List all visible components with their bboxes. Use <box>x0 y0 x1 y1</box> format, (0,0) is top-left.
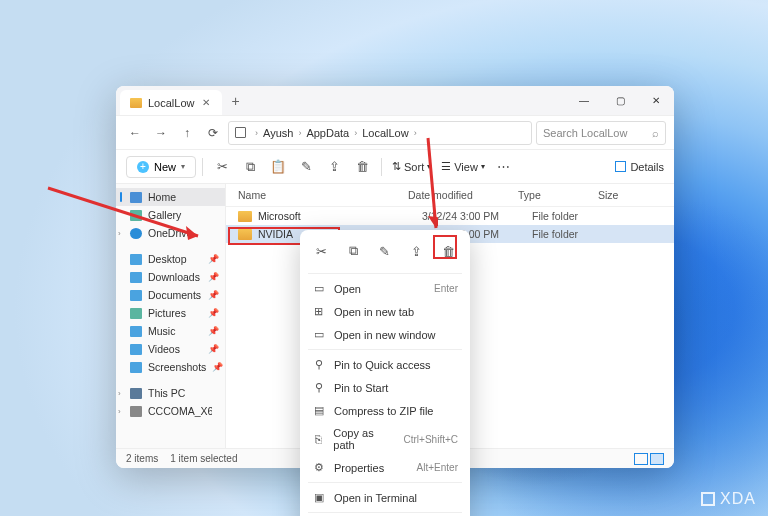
col-name[interactable]: Name <box>238 189 408 201</box>
context-open-tab[interactable]: ⊞Open in new tab <box>300 300 470 323</box>
sidebar-item-drive[interactable]: ›CCCOMA_X64FRE <box>116 402 225 420</box>
pin-icon: 📌 <box>208 308 219 318</box>
downloads-icon <box>130 272 142 283</box>
separator <box>308 512 462 513</box>
path-icon: ⎘ <box>312 433 324 445</box>
home-icon <box>130 192 142 203</box>
rename-icon[interactable]: ✎ <box>293 154 319 180</box>
breadcrumb-segment[interactable]: AppData <box>306 127 349 139</box>
view-button[interactable]: ☰ View ▾ <box>437 160 489 173</box>
cut-icon[interactable]: ✂ <box>209 154 235 180</box>
documents-icon <box>130 290 142 301</box>
chevron-right-icon: › <box>118 229 121 238</box>
desktop-icon <box>130 254 142 265</box>
window-icon: ▭ <box>312 328 325 341</box>
context-terminal[interactable]: ▣Open in Terminal <box>300 486 470 509</box>
context-open[interactable]: ▭OpenEnter <box>300 277 470 300</box>
sidebar-item-home[interactable]: Home <box>116 188 225 206</box>
col-type[interactable]: Type <box>518 189 598 201</box>
chevron-down-icon: ▾ <box>181 162 185 171</box>
separator <box>308 349 462 350</box>
sidebar-item-documents[interactable]: Documents📌 <box>116 286 225 304</box>
sidebar-item-downloads[interactable]: Downloads📌 <box>116 268 225 286</box>
details-button[interactable]: Details <box>615 161 664 173</box>
breadcrumb-segment[interactable]: Ayush <box>263 127 293 139</box>
details-icon <box>615 161 626 172</box>
context-menu: ✂ ⧉ ✎ ⇪ 🗑 ▭OpenEnter ⊞Open in new tab ▭O… <box>300 230 470 516</box>
new-button[interactable]: + New ▾ <box>126 156 196 178</box>
separator <box>308 273 462 274</box>
col-size[interactable]: Size <box>598 189 662 201</box>
sidebar: Home Gallery ›OneDrive Desktop📌 Download… <box>116 184 226 448</box>
up-button[interactable]: ↑ <box>176 122 198 144</box>
share-icon[interactable]: ⇪ <box>321 154 347 180</box>
pin-icon: ⚲ <box>312 358 325 371</box>
gallery-icon <box>130 210 142 221</box>
paste-icon[interactable]: 📋 <box>265 154 291 180</box>
folder-icon <box>130 362 142 373</box>
maximize-button[interactable]: ▢ <box>602 86 638 115</box>
col-date[interactable]: Date modified <box>408 189 518 201</box>
file-name: Microsoft <box>258 210 422 222</box>
breadcrumb[interactable]: › Ayush › AppData › LocalLow › <box>228 121 532 145</box>
share-icon[interactable]: ⇪ <box>405 240 429 262</box>
separator <box>308 482 462 483</box>
sidebar-item-thispc[interactable]: ›This PC <box>116 384 225 402</box>
pictures-icon <box>130 308 142 319</box>
pc-icon <box>130 388 142 399</box>
folder-icon <box>238 229 252 240</box>
pin-icon: 📌 <box>208 254 219 264</box>
sidebar-item-desktop[interactable]: Desktop📌 <box>116 250 225 268</box>
context-properties[interactable]: ⚙PropertiesAlt+Enter <box>300 456 470 479</box>
pin-icon: 📌 <box>212 362 223 372</box>
sort-button[interactable]: ⇅ Sort ▾ <box>388 160 435 173</box>
context-open-window[interactable]: ▭Open in new window <box>300 323 470 346</box>
delete-icon[interactable]: 🗑 <box>349 154 375 180</box>
titlebar: LocalLow ✕ + — ▢ ✕ <box>116 86 674 116</box>
list-view-icon[interactable] <box>634 453 648 465</box>
toolbar: + New ▾ ✂ ⧉ 📋 ✎ ⇪ 🗑 ⇅ Sort ▾ ☰ View ▾ ⋯ … <box>116 150 674 184</box>
sidebar-item-gallery[interactable]: Gallery <box>116 206 225 224</box>
copy-icon[interactable]: ⧉ <box>341 240 365 262</box>
close-button[interactable]: ✕ <box>638 86 674 115</box>
details-view-icon[interactable] <box>650 453 664 465</box>
sidebar-item-onedrive[interactable]: ›OneDrive <box>116 224 225 242</box>
refresh-button[interactable]: ⟳ <box>202 122 224 144</box>
context-pin-quick[interactable]: ⚲Pin to Quick access <box>300 353 470 376</box>
rename-icon[interactable]: ✎ <box>373 240 397 262</box>
sidebar-item-pictures[interactable]: Pictures📌 <box>116 304 225 322</box>
new-label: New <box>154 161 176 173</box>
sidebar-item-videos[interactable]: Videos📌 <box>116 340 225 358</box>
folder-icon <box>238 211 252 222</box>
context-pin-start[interactable]: ⚲Pin to Start <box>300 376 470 399</box>
forward-button[interactable]: → <box>150 122 172 144</box>
sidebar-item-music[interactable]: Music📌 <box>116 322 225 340</box>
cloud-icon <box>130 228 142 239</box>
properties-icon: ⚙ <box>312 461 325 474</box>
context-compress[interactable]: ▤Compress to ZIP file <box>300 399 470 422</box>
new-tab-button[interactable]: + <box>222 86 248 115</box>
back-button[interactable]: ← <box>124 122 146 144</box>
tab-locallow[interactable]: LocalLow ✕ <box>120 90 222 115</box>
file-row[interactable]: Microsoft 3/12/24 3:00 PM File folder <box>226 207 674 225</box>
zip-icon: ▤ <box>312 404 325 417</box>
terminal-icon: ▣ <box>312 491 325 504</box>
column-headers: Name Date modified Type Size <box>226 184 674 207</box>
window-controls: — ▢ ✕ <box>566 86 674 115</box>
search-input[interactable]: Search LocalLow ⌕ <box>536 121 666 145</box>
context-copy-path[interactable]: ⎘Copy as pathCtrl+Shift+C <box>300 422 470 456</box>
breadcrumb-segment[interactable]: LocalLow <box>362 127 408 139</box>
selection-count: 1 item selected <box>170 453 237 464</box>
annotation-highlight-delete <box>433 235 457 259</box>
cut-icon[interactable]: ✂ <box>310 240 334 262</box>
tab-close-icon[interactable]: ✕ <box>200 97 212 108</box>
file-date: 3/12/24 3:00 PM <box>422 210 532 222</box>
tab-icon: ⊞ <box>312 305 325 318</box>
pin-icon: 📌 <box>208 344 219 354</box>
logo-icon <box>701 492 715 506</box>
watermark: XDA <box>701 490 756 508</box>
sidebar-item-screenshots[interactable]: Screenshots📌 <box>116 358 225 376</box>
minimize-button[interactable]: — <box>566 86 602 115</box>
more-icon[interactable]: ⋯ <box>491 154 517 180</box>
copy-icon[interactable]: ⧉ <box>237 154 263 180</box>
